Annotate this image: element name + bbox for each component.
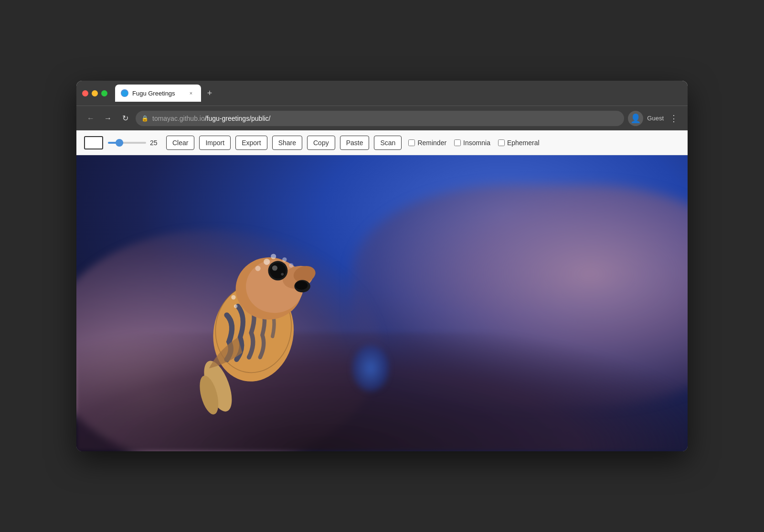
svg-point-10 [234,304,237,308]
address-path: /fugu-greetings/public/ [205,115,271,122]
fish-illustration [125,200,382,422]
close-button[interactable] [82,90,88,96]
size-slider-container: 25 [108,139,161,147]
copy-button[interactable]: Copy [307,136,335,150]
svg-point-6 [232,295,236,299]
address-text: tomayac.github.io/fugu-greetings/public/ [152,115,618,122]
color-swatch[interactable] [84,136,103,149]
scan-button[interactable]: Scan [374,136,402,150]
guest-label: Guest [647,115,664,122]
size-slider[interactable] [108,142,146,144]
svg-point-23 [283,257,287,262]
svg-point-19 [270,263,286,278]
size-value: 25 [150,139,161,147]
svg-point-22 [264,259,270,265]
ephemeral-label: Ephemeral [507,139,540,147]
canvas-area[interactable] [76,155,688,451]
tab-title: Fugu Greetings [132,90,183,97]
minimize-button[interactable] [92,90,98,96]
forward-button[interactable]: → [101,112,115,125]
export-button[interactable]: Export [235,136,267,150]
svg-point-25 [289,263,294,267]
browser-menu-button[interactable]: ⋮ [668,111,680,126]
maximize-button[interactable] [101,90,107,96]
lock-icon: 🔒 [141,115,149,122]
tab-bar: 🌐 Fugu Greetings × + [115,85,682,102]
active-tab[interactable]: 🌐 Fugu Greetings × [115,85,201,102]
ephemeral-checkbox-label[interactable]: Ephemeral [498,139,540,147]
svg-point-24 [255,266,261,271]
share-button[interactable]: Share [272,136,302,150]
import-button[interactable]: Import [199,136,231,150]
insomnia-checkbox-label[interactable]: Insomnia [454,139,490,147]
insomnia-label: Insomnia [463,139,490,147]
address-domain: tomayac.github.io [152,115,205,122]
insomnia-checkbox[interactable] [454,139,461,146]
new-tab-button[interactable]: + [203,86,216,100]
refresh-button[interactable]: ↻ [118,112,132,125]
reminder-checkbox-label[interactable]: Reminder [408,139,446,147]
nav-bar: ← → ↻ 🔒 tomayac.github.io/fugu-greetings… [76,106,688,130]
reminder-label: Reminder [417,139,446,147]
clear-button[interactable]: Clear [166,136,194,150]
address-bar[interactable]: 🔒 tomayac.github.io/fugu-greetings/publi… [136,111,624,126]
svg-point-20 [272,266,277,271]
profile-button[interactable]: 👤 [628,111,643,126]
svg-point-26 [271,254,276,259]
reminder-checkbox[interactable] [408,139,415,146]
ephemeral-checkbox[interactable] [498,139,505,146]
traffic-lights [82,90,107,96]
title-bar: 🌐 Fugu Greetings × + [76,81,688,106]
browser-window: 🌐 Fugu Greetings × + ← → ↻ 🔒 tomayac.git… [76,81,688,451]
paste-button[interactable]: Paste [340,136,370,150]
toolbar: 25 Clear Import Export Share Copy Paste … [76,130,688,155]
back-button[interactable]: ← [84,112,97,125]
checkbox-group: Reminder Insomnia Ephemeral [408,139,539,147]
fish-scene [76,155,688,451]
tab-favicon: 🌐 [121,89,128,97]
svg-point-17 [296,281,308,290]
svg-point-21 [281,273,284,276]
tab-close-button[interactable]: × [187,89,195,97]
